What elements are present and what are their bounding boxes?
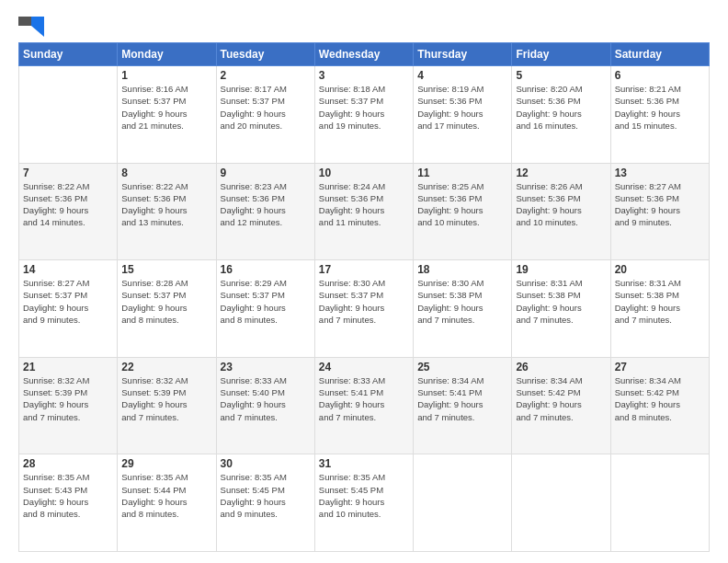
day-info: Sunrise: 8:32 AMSunset: 5:39 PMDaylight:… (121, 374, 211, 423)
day-number: 19 (516, 263, 606, 276)
day-info: Sunrise: 8:35 AMSunset: 5:44 PMDaylight:… (121, 471, 211, 520)
day-number: 7 (23, 167, 113, 179)
calendar-cell (414, 454, 512, 552)
day-number: 21 (23, 361, 113, 373)
calendar-cell: 30Sunrise: 8:35 AMSunset: 5:45 PMDayligh… (216, 454, 314, 552)
calendar-cell: 12Sunrise: 8:26 AMSunset: 5:36 PMDayligh… (512, 163, 610, 260)
day-info: Sunrise: 8:32 AMSunset: 5:39 PMDaylight:… (23, 374, 113, 423)
calendar-table: SundayMondayTuesdayWednesdayThursdayFrid… (18, 42, 710, 552)
calendar-cell: 8Sunrise: 8:22 AMSunset: 5:36 PMDaylight… (118, 163, 216, 260)
day-number: 16 (221, 263, 311, 276)
day-info: Sunrise: 8:31 AMSunset: 5:38 PMDaylight:… (516, 277, 606, 326)
day-number: 26 (516, 361, 606, 373)
day-number: 31 (319, 457, 409, 470)
weekday-header: Tuesday (216, 43, 314, 66)
header (18, 17, 710, 37)
day-info: Sunrise: 8:28 AMSunset: 5:37 PMDaylight:… (121, 277, 211, 326)
calendar-cell: 31Sunrise: 8:35 AMSunset: 5:45 PMDayligh… (314, 454, 413, 552)
day-info: Sunrise: 8:20 AMSunset: 5:36 PMDaylight:… (516, 83, 606, 132)
calendar-cell: 18Sunrise: 8:30 AMSunset: 5:38 PMDayligh… (414, 260, 512, 358)
day-info: Sunrise: 8:21 AMSunset: 5:36 PMDaylight:… (615, 83, 705, 132)
calendar-cell: 28Sunrise: 8:35 AMSunset: 5:43 PMDayligh… (19, 454, 118, 552)
weekday-header: Sunday (19, 43, 118, 66)
day-info: Sunrise: 8:30 AMSunset: 5:37 PMDaylight:… (319, 277, 409, 326)
day-number: 6 (615, 69, 705, 82)
day-info: Sunrise: 8:18 AMSunset: 5:37 PMDaylight:… (319, 83, 409, 132)
calendar-cell: 11Sunrise: 8:25 AMSunset: 5:36 PMDayligh… (414, 163, 512, 260)
day-info: Sunrise: 8:33 AMSunset: 5:40 PMDaylight:… (221, 374, 311, 423)
logo (18, 17, 50, 37)
day-number: 27 (615, 361, 705, 373)
day-info: Sunrise: 8:22 AMSunset: 5:36 PMDaylight:… (121, 180, 211, 229)
day-info: Sunrise: 8:35 AMSunset: 5:45 PMDaylight:… (221, 471, 311, 520)
day-info: Sunrise: 8:22 AMSunset: 5:36 PMDaylight:… (23, 180, 113, 229)
day-number: 3 (319, 69, 409, 82)
day-info: Sunrise: 8:30 AMSunset: 5:38 PMDaylight:… (417, 277, 507, 326)
day-number: 18 (417, 263, 507, 276)
day-info: Sunrise: 8:26 AMSunset: 5:36 PMDaylight:… (516, 180, 606, 229)
calendar-cell: 16Sunrise: 8:29 AMSunset: 5:37 PMDayligh… (216, 260, 314, 358)
calendar-cell: 7Sunrise: 8:22 AMSunset: 5:36 PMDaylight… (19, 163, 118, 260)
day-number: 17 (319, 263, 409, 276)
day-number: 20 (615, 263, 705, 276)
day-info: Sunrise: 8:33 AMSunset: 5:41 PMDaylight:… (319, 374, 409, 423)
calendar-cell: 17Sunrise: 8:30 AMSunset: 5:37 PMDayligh… (314, 260, 413, 358)
day-number: 10 (319, 167, 409, 179)
calendar-cell: 22Sunrise: 8:32 AMSunset: 5:39 PMDayligh… (118, 357, 216, 454)
day-info: Sunrise: 8:27 AMSunset: 5:37 PMDaylight:… (23, 277, 113, 326)
calendar-cell: 20Sunrise: 8:31 AMSunset: 5:38 PMDayligh… (610, 260, 709, 358)
day-number: 12 (516, 167, 606, 179)
day-number: 22 (121, 361, 211, 373)
day-info: Sunrise: 8:34 AMSunset: 5:42 PMDaylight:… (615, 374, 705, 423)
day-number: 15 (121, 263, 211, 276)
weekday-header: Thursday (414, 43, 512, 66)
day-info: Sunrise: 8:35 AMSunset: 5:43 PMDaylight:… (23, 471, 113, 520)
day-number: 9 (221, 167, 311, 179)
day-number: 4 (417, 69, 507, 82)
day-number: 1 (121, 69, 211, 82)
day-info: Sunrise: 8:24 AMSunset: 5:36 PMDaylight:… (319, 180, 409, 229)
calendar-cell: 21Sunrise: 8:32 AMSunset: 5:39 PMDayligh… (19, 357, 118, 454)
svg-rect-0 (18, 17, 31, 26)
day-info: Sunrise: 8:27 AMSunset: 5:36 PMDaylight:… (615, 180, 705, 229)
day-info: Sunrise: 8:31 AMSunset: 5:38 PMDaylight:… (615, 277, 705, 326)
day-number: 24 (319, 361, 409, 373)
calendar-cell: 19Sunrise: 8:31 AMSunset: 5:38 PMDayligh… (512, 260, 610, 358)
day-info: Sunrise: 8:29 AMSunset: 5:37 PMDaylight:… (221, 277, 311, 326)
calendar-cell (512, 454, 610, 552)
calendar-cell: 25Sunrise: 8:34 AMSunset: 5:41 PMDayligh… (414, 357, 512, 454)
weekday-header: Friday (512, 43, 610, 66)
calendar-cell: 4Sunrise: 8:19 AMSunset: 5:36 PMDaylight… (414, 66, 512, 164)
day-info: Sunrise: 8:34 AMSunset: 5:41 PMDaylight:… (417, 374, 507, 423)
page: SundayMondayTuesdayWednesdayThursdayFrid… (0, 0, 728, 563)
calendar-cell: 26Sunrise: 8:34 AMSunset: 5:42 PMDayligh… (512, 357, 610, 454)
calendar-cell: 10Sunrise: 8:24 AMSunset: 5:36 PMDayligh… (314, 163, 413, 260)
day-number: 8 (121, 167, 211, 179)
day-info: Sunrise: 8:25 AMSunset: 5:36 PMDaylight:… (417, 180, 507, 229)
weekday-header: Wednesday (314, 43, 413, 66)
day-info: Sunrise: 8:17 AMSunset: 5:37 PMDaylight:… (221, 83, 311, 132)
day-info: Sunrise: 8:23 AMSunset: 5:36 PMDaylight:… (221, 180, 311, 229)
calendar-cell: 5Sunrise: 8:20 AMSunset: 5:36 PMDaylight… (512, 66, 610, 164)
calendar-cell: 29Sunrise: 8:35 AMSunset: 5:44 PMDayligh… (118, 454, 216, 552)
day-number: 25 (417, 361, 507, 373)
day-number: 5 (516, 69, 606, 82)
svg-rect-1 (31, 17, 44, 26)
day-number: 28 (23, 457, 113, 470)
day-number: 30 (221, 457, 311, 470)
calendar-cell: 1Sunrise: 8:16 AMSunset: 5:37 PMDaylight… (118, 66, 216, 164)
day-info: Sunrise: 8:35 AMSunset: 5:45 PMDaylight:… (319, 471, 409, 520)
calendar-cell: 2Sunrise: 8:17 AMSunset: 5:37 PMDaylight… (216, 66, 314, 164)
weekday-header: Saturday (610, 43, 709, 66)
calendar-cell: 23Sunrise: 8:33 AMSunset: 5:40 PMDayligh… (216, 357, 314, 454)
calendar-cell: 3Sunrise: 8:18 AMSunset: 5:37 PMDaylight… (314, 66, 413, 164)
calendar-cell: 27Sunrise: 8:34 AMSunset: 5:42 PMDayligh… (610, 357, 709, 454)
day-info: Sunrise: 8:34 AMSunset: 5:42 PMDaylight:… (516, 374, 606, 423)
day-number: 2 (221, 69, 311, 82)
day-number: 11 (417, 167, 507, 179)
svg-marker-2 (31, 26, 44, 37)
day-info: Sunrise: 8:19 AMSunset: 5:36 PMDaylight:… (417, 83, 507, 132)
calendar-cell (610, 454, 709, 552)
calendar-cell: 9Sunrise: 8:23 AMSunset: 5:36 PMDaylight… (216, 163, 314, 260)
day-number: 14 (23, 263, 113, 276)
